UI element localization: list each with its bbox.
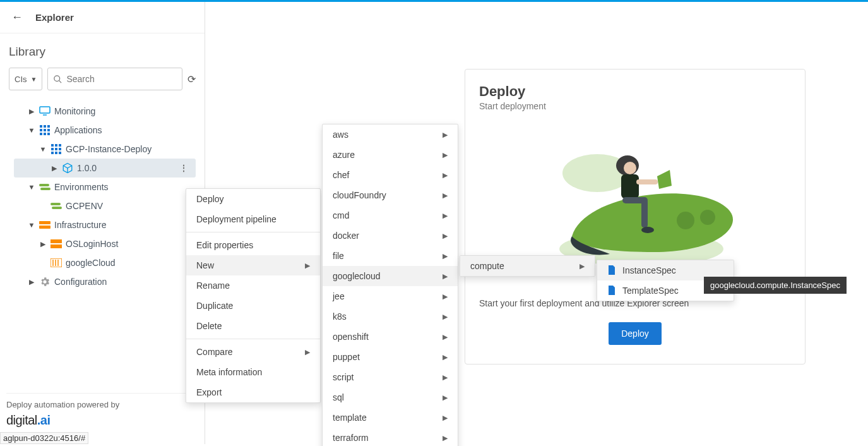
container-icon [51, 257, 62, 268]
cm-docker[interactable]: docker▶ [323, 226, 458, 246]
tree-label: Environments [54, 182, 109, 192]
cm-template[interactable]: template▶ [323, 407, 458, 428]
cm-sql[interactable]: sql▶ [323, 387, 458, 407]
monitor-icon [39, 105, 51, 117]
tree-item-googlecloud[interactable]: ▶ googleCloud [14, 253, 196, 272]
cm-label: openshift [333, 332, 369, 342]
back-arrow-icon[interactable]: ← [11, 11, 23, 24]
tree-item-infrastructure[interactable]: ▼ Infrastructure [14, 215, 196, 234]
brand-logo: digital.ai [6, 413, 205, 428]
search-input-wrap[interactable] [47, 68, 182, 90]
cm-terraform[interactable]: terraform▶ [323, 428, 458, 446]
svg-rect-8 [44, 129, 46, 131]
svg-rect-11 [44, 133, 46, 135]
more-icon[interactable]: ⋮ [175, 164, 192, 172]
expand-icon[interactable]: ▶ [51, 164, 58, 172]
cm-googlecloud[interactable]: googlecloud▶ [323, 266, 458, 286]
separator [186, 339, 320, 339]
cm-aws[interactable]: aws▶ [323, 124, 458, 145]
collapse-icon[interactable]: ▼ [28, 221, 35, 229]
svg-rect-7 [40, 129, 42, 131]
cm-edit-properties[interactable]: Edit properties [186, 235, 320, 255]
tree-item-version[interactable]: ▶ 1.0.0 ⋮ [14, 159, 196, 178]
collapse-icon[interactable]: ▼ [28, 183, 35, 191]
sidebar: ← Explorer Library CIs ▼ ⟳ ▶ Monitoring … [0, 2, 205, 444]
svg-point-37 [700, 210, 715, 225]
file-icon [607, 286, 616, 296]
cm-label: jee [333, 291, 345, 301]
tree-item-osloginhost[interactable]: ▶ OSLoginHost [14, 234, 196, 253]
cm-openshift[interactable]: openshift▶ [323, 327, 458, 347]
cm-export[interactable]: Export [186, 382, 320, 402]
tree-item-gcp-instance-deploy[interactable]: ▼ GCP-Instance-Deploy [14, 140, 196, 159]
cm-script[interactable]: script▶ [323, 367, 458, 387]
svg-rect-30 [51, 258, 62, 267]
cm-deployment-pipeline[interactable]: Deployment pipeline [186, 209, 320, 229]
cm-puppet[interactable]: puppet▶ [323, 347, 458, 367]
cm-jee[interactable]: jee▶ [323, 286, 458, 306]
brand-text-a: digital [6, 413, 37, 427]
cm-label: script [333, 372, 354, 382]
cm-chef[interactable]: chef▶ [323, 165, 458, 185]
chevron-right-icon: ▶ [443, 252, 448, 260]
cm-delete[interactable]: Delete [186, 316, 320, 336]
cm-label: Compare [196, 347, 233, 357]
expand-icon[interactable]: ▶ [39, 240, 47, 248]
cm-azure[interactable]: azure▶ [323, 145, 458, 165]
chevron-right-icon: ▶ [443, 272, 448, 280]
cm-deploy[interactable]: Deploy [186, 189, 320, 209]
cm-label: puppet [333, 352, 360, 362]
cm-cloudfoundry[interactable]: cloudFoundry▶ [323, 185, 458, 205]
refresh-icon[interactable]: ⟳ [187, 73, 196, 85]
tree-item-applications[interactable]: ▼ Applications [14, 121, 196, 140]
chevron-right-icon: ▶ [443, 292, 448, 301]
cm-label: sql [333, 392, 344, 402]
cm-label: azure [333, 150, 355, 160]
cm-k8s[interactable]: k8s▶ [323, 306, 458, 327]
cm-compute[interactable]: compute▶ [460, 256, 595, 276]
svg-rect-20 [55, 152, 57, 154]
cm-label: template [333, 413, 367, 423]
cm-duplicate[interactable]: Duplicate [186, 296, 320, 316]
cm-meta-information[interactable]: Meta information [186, 362, 320, 382]
cm-compare[interactable]: Compare▶ [186, 342, 320, 362]
svg-rect-14 [55, 144, 57, 147]
tree-item-configuration[interactable]: ▶ Configuration [14, 272, 196, 291]
tree-label: Applications [54, 125, 102, 135]
search-input[interactable] [66, 74, 177, 84]
footer-text: Deploy automation powered by [6, 400, 205, 409]
svg-rect-16 [51, 148, 54, 150]
deploy-button[interactable]: Deploy [609, 322, 662, 345]
chevron-right-icon: ▶ [305, 348, 310, 356]
environment-icon [39, 181, 51, 193]
svg-rect-40 [621, 174, 639, 198]
svg-point-0 [54, 75, 60, 81]
deploy-card-title: Deploy [479, 83, 791, 100]
svg-rect-23 [40, 188, 51, 190]
tree-item-environments[interactable]: ▼ Environments [14, 178, 196, 196]
collapse-icon[interactable]: ▼ [39, 145, 47, 153]
collapse-icon[interactable]: ▼ [28, 126, 35, 134]
svg-rect-22 [39, 184, 49, 186]
chevron-right-icon: ▶ [443, 232, 448, 240]
environment-icon [51, 200, 62, 212]
chevron-right-icon: ▶ [443, 353, 448, 361]
svg-rect-25 [52, 207, 62, 209]
cm-rename[interactable]: Rename [186, 275, 320, 296]
tree-item-gcpenv[interactable]: ▶ GCPENV [14, 196, 196, 215]
cls-filter-select[interactable]: CIs ▼ [9, 68, 42, 90]
tree-label: GCP-Instance-Deploy [66, 144, 152, 154]
chevron-right-icon: ▶ [443, 171, 448, 179]
svg-point-39 [624, 162, 636, 174]
svg-rect-27 [39, 226, 51, 229]
expand-icon[interactable]: ▶ [28, 107, 35, 116]
cm-cmd[interactable]: cmd▶ [323, 205, 458, 226]
cm-label: file [333, 251, 344, 261]
chevron-right-icon: ▶ [443, 333, 448, 341]
tree-label: Infrastructure [54, 220, 106, 230]
tree-item-monitoring[interactable]: ▶ Monitoring [14, 102, 196, 121]
cm-file[interactable]: file▶ [323, 246, 458, 266]
expand-icon[interactable]: ▶ [28, 278, 35, 286]
cm-new[interactable]: New▶ [186, 255, 320, 275]
chevron-right-icon: ▶ [443, 414, 448, 422]
